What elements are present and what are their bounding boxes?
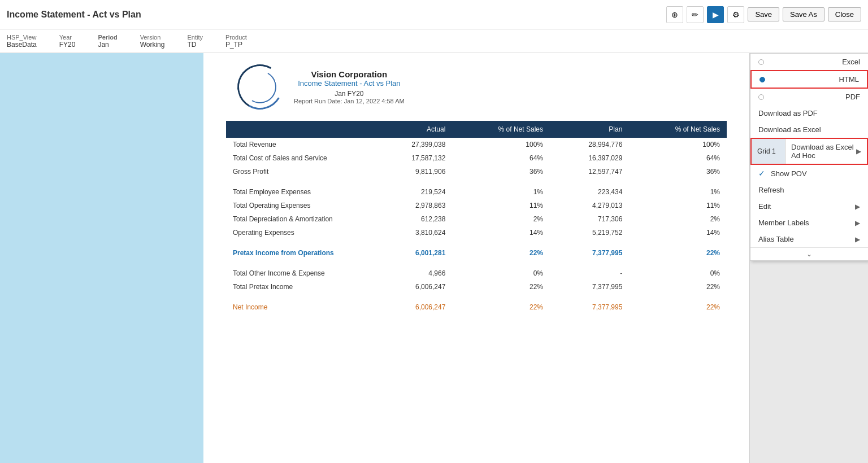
globe-icon: ⊕ [671,10,678,19]
grid-adhoc-row: Grid 1 Download as Excel Ad Hoc ▶ [750,138,868,165]
row-plan: 7,377,995 [550,246,629,260]
radio-pdf [758,94,764,100]
dropdown-html-label: HTML [839,75,859,84]
left-panel [0,53,203,463]
dropdown-item-member-labels[interactable]: Member Labels ▶ [750,215,868,231]
table-row: Total Depreciation & Amortization 612,23… [226,212,727,226]
table-row: Total Other Income & Expense 4,966 0% - … [226,267,727,280]
dropdown-item-pdf[interactable]: PDF [750,89,868,105]
row-plan: 12,597,747 [550,165,629,178]
table-row: Pretax Income from Operations 6,001,281 … [226,246,727,260]
row-pct-plan: 100% [629,138,727,151]
table-row: Net Income 6,006,247 22% 7,377,995 22% [226,300,727,314]
dropdown-item-download-excel[interactable]: Download as Excel [750,121,868,138]
close-button[interactable]: Close [828,7,861,21]
table-row [226,239,727,246]
dropdown-alias-table-label: Alias Table [758,235,794,243]
dropdown-pdf-label: PDF [845,93,860,101]
arrow-icon: ▶ [856,147,861,155]
row-label: Total Revenue [226,138,373,151]
row-pct-plan: 11% [629,199,727,212]
row-pct-plan: 0% [629,267,727,280]
row-pct-plan: 36% [629,165,727,178]
dropdown-member-labels-label: Member Labels [758,219,809,227]
table-row: Operating Expenses 3,810,624 14% 5,219,7… [226,226,727,239]
pov-entity: Entity TD [187,34,203,49]
report-period: Jan FY20 [294,90,405,98]
row-pct-actual: 1% [452,185,550,199]
row-actual: 612,238 [373,212,452,226]
save-as-button[interactable]: Save As [783,7,824,21]
row-actual: 4,966 [373,267,452,280]
check-icon: ✓ [758,169,765,178]
row-label: Operating Expenses [226,226,373,239]
dropdown-item-download-pdf[interactable]: Download as PDF [750,105,868,121]
col-header-actual: Actual [373,121,452,138]
dropdown-item-alias-table[interactable]: Alias Table ▶ [750,231,868,247]
table-row: Total Operating Expenses 2,978,863 11% 4… [226,199,727,212]
row-pct-actual: 2% [452,212,550,226]
table-row: Total Pretax Income 6,006,247 22% 7,377,… [226,280,727,294]
globe-icon-btn[interactable]: ⊕ [666,6,683,23]
row-plan: 5,219,752 [550,226,629,239]
col-header-pct-actual: % of Net Sales [452,121,550,138]
dropdown-item-html[interactable]: HTML [750,70,868,89]
radio-html [760,77,765,82]
pov-product: Product P_TP [225,34,247,49]
row-pct-actual: 100% [452,138,550,151]
pencil-icon-btn[interactable]: ✏ [687,6,704,23]
page-title: Income Statement - Act vs Plan [7,10,141,20]
col-header-pct-plan: % of Net Sales [629,121,727,138]
row-plan: 717,306 [550,212,629,226]
row-label: Total Operating Expenses [226,199,373,212]
row-pct-plan: 64% [629,151,727,165]
play-icon-btn[interactable]: ▶ [707,6,724,23]
dropdown-item-refresh[interactable]: Refresh [750,182,868,198]
row-plan: 7,377,995 [550,300,629,314]
report-area: Vision Corporation Income Statement - Ac… [203,53,749,463]
row-label: Pretax Income from Operations [226,246,373,260]
dropdown-item-download-excel-adhoc[interactable]: Download as Excel Ad Hoc ▶ [785,139,867,164]
company-logo [232,59,288,115]
row-actual: 6,006,247 [373,280,452,294]
dropdown-show-pov-label: Show POV [771,169,807,178]
header-actions: ⊕ ✏ ▶ ⚙ Save Save As Close [666,6,861,23]
table-row [226,294,727,300]
report-title-block: Vision Corporation Income Statement - Ac… [294,69,405,104]
dropdown-item-excel[interactable]: Excel [750,54,868,70]
gear-icon-btn[interactable]: ⚙ [727,6,744,23]
radio-excel [758,59,764,65]
chevron-down-icon[interactable]: ⌄ [750,247,868,260]
save-button[interactable]: Save [748,7,779,21]
pencil-icon: ✏ [692,10,698,19]
dropdown-edit-label: Edit [758,202,771,211]
pov-hsp-view: HSP_View BaseData [7,34,37,49]
row-actual: 17,587,132 [373,151,452,165]
dropdown-excel-label: Excel [842,58,860,66]
table-row: Gross Profit 9,811,906 36% 12,597,747 36… [226,165,727,178]
main-content: Vision Corporation Income Statement - Ac… [0,53,868,463]
row-actual: 219,524 [373,185,452,199]
table-row [226,178,727,185]
gear-icon: ⚙ [732,10,740,19]
row-label: Gross Profit [226,165,373,178]
row-actual: 6,001,281 [373,246,452,260]
row-pct-plan: 1% [629,185,727,199]
pov-period: Period Jan [98,34,117,49]
company-name: Vision Corporation [294,69,405,79]
col-header-label [226,121,373,138]
row-plan: 223,434 [550,185,629,199]
dropdown-item-show-pov[interactable]: ✓ Show POV [750,165,868,182]
pov-version: Version Working [140,34,165,49]
table-row: Total Cost of Sales and Service 17,587,1… [226,151,727,165]
dropdown-download-pdf-label: Download as PDF [758,109,818,117]
pov-bar: HSP_View BaseData Year FY20 Period Jan V… [0,29,868,53]
report-run-date: Report Run Date: Jan 12, 2022 4:58 AM [294,98,405,104]
dropdown-item-edit[interactable]: Edit ▶ [750,198,868,215]
row-pct-plan: 22% [629,300,727,314]
header-bar: Income Statement - Act vs Plan ⊕ ✏ ▶ ⚙ S… [0,0,868,29]
row-pct-actual: 11% [452,199,550,212]
table-row: Total Revenue 27,399,038 100% 28,994,776… [226,138,727,151]
row-actual: 3,810,624 [373,226,452,239]
right-panel: Excel HTML PDF Download as PDF Download … [749,53,868,463]
